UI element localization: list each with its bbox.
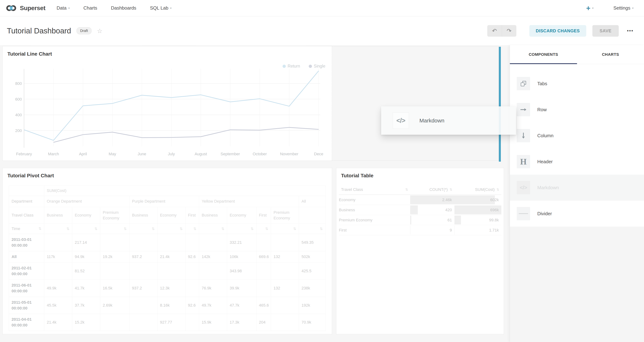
markdown-drag-preview[interactable]: </> Markdown — [381, 106, 516, 135]
pivot-cell — [158, 234, 186, 251]
pivot-cell: 937.2 — [130, 251, 158, 262]
pivot-cell: 238k — [299, 280, 326, 297]
page-title[interactable]: Tutorial Dashboard — [7, 26, 71, 35]
column-header-sum[interactable]: SUM(Cost)⇅ — [454, 185, 501, 195]
sort-icon[interactable]: ⇅ — [193, 226, 196, 231]
component-item-row[interactable]: Row — [510, 96, 644, 122]
table-row: 2011-03-01 00:00:00217.14332.21549.35 — [9, 234, 326, 251]
table-row: First91.71k — [339, 225, 501, 235]
divider-icon — [517, 207, 530, 220]
pivot-sort-header[interactable]: ⇅ — [44, 224, 72, 234]
data-table-wrap: Travel Class⇅COUNT(*)⇅SUM(Cost)⇅Economy2… — [339, 185, 501, 235]
sort-icon[interactable]: ⇅ — [152, 226, 155, 231]
pivot-cell — [271, 234, 299, 251]
pivot-cell: 17.3k — [227, 314, 256, 331]
markdown-icon: </> — [517, 181, 530, 194]
pivot-cell: 2011-06-01 00:00:00 — [9, 280, 44, 297]
sort-icon[interactable]: ⇅ — [124, 226, 127, 231]
table-row: Economy2.46k602k — [339, 195, 501, 205]
discard-changes-button[interactable]: DISCARD CHANGES — [529, 25, 586, 37]
travel-class-cell: First — [339, 225, 410, 235]
sort-icon[interactable]: ⇅ — [320, 226, 323, 231]
superset-dashboard-edit-page: Superset Data▾ Charts Dashboards SQL Lab… — [0, 0, 644, 342]
sort-icon[interactable]: ⇅ — [265, 226, 268, 231]
pivot-cell: 2.69k — [100, 297, 130, 314]
settings-menu[interactable]: Settings▾ — [614, 5, 634, 11]
svg-text:May: May — [109, 152, 116, 156]
sum-cell: 1.71k — [454, 225, 501, 235]
pivot-sort-header[interactable]: ⇅ — [227, 224, 256, 234]
favorite-star-icon[interactable]: ☆ — [97, 27, 102, 34]
pivot-sort-header[interactable]: ⇅ — [100, 224, 130, 234]
pivot-sort-header[interactable]: ⇅ — [186, 224, 199, 234]
save-button[interactable]: SAVE — [592, 25, 619, 37]
sort-icon[interactable]: ⇅ — [250, 226, 254, 231]
table-row: 2011-04-01 00:00:0021.4k15.2k927.7715.9k… — [9, 314, 326, 331]
table-row: Premium Economy6199.8k — [339, 215, 501, 225]
pivot-cell — [271, 262, 299, 280]
sort-icon[interactable]: ⇅ — [450, 188, 452, 192]
pivot-sort-header[interactable]: ⇅ — [199, 224, 227, 234]
pivot-sort-header[interactable]: ⇅ — [256, 224, 271, 234]
undo-button[interactable]: ↶ — [487, 25, 502, 37]
pivot-sort-header[interactable]: ⇅ — [130, 224, 158, 234]
pivot-cell: Economy — [72, 207, 100, 224]
sort-icon[interactable]: ⇅ — [221, 226, 224, 231]
component-item-header[interactable]: HHeader — [510, 148, 644, 174]
svg-text:June: June — [138, 152, 146, 156]
redo-icon: ↷ — [506, 28, 512, 34]
nav-item-data[interactable]: Data▾ — [57, 5, 70, 11]
sort-icon[interactable]: ⇅ — [94, 226, 98, 231]
sort-icon[interactable]: ⇅ — [180, 226, 183, 231]
line-chart-panel[interactable]: Tutorial Line Chart ReturnSingle 2004006… — [2, 46, 332, 161]
new-item-button[interactable]: +▾ — [586, 4, 594, 12]
pivot-sort-header[interactable]: ⇅ — [158, 224, 186, 234]
component-item-tabs[interactable]: Tabs — [510, 70, 644, 96]
component-item-column[interactable]: Column — [510, 122, 644, 148]
pivot-sort-header[interactable]: ⇅ — [271, 224, 299, 234]
dashboard-row-1[interactable]: Tutorial Line Chart ReturnSingle 2004006… — [2, 46, 499, 161]
nav-item-dashboards[interactable]: Dashboards — [111, 5, 136, 11]
column-icon — [517, 129, 530, 142]
pivot-cell: 81.52 — [72, 262, 100, 280]
sum-cell: 696k — [454, 205, 501, 215]
nav-item-sql-lab[interactable]: SQL Lab▾ — [150, 5, 172, 11]
pivot-cell — [130, 314, 158, 331]
pivot-cell — [44, 234, 72, 251]
tab-components[interactable]: COMPONENTS — [510, 45, 577, 64]
sort-icon[interactable]: ⇅ — [405, 188, 408, 192]
pivot-chart-panel[interactable]: Tutorial Pivot Chart SUM(Cost)Department… — [2, 168, 332, 334]
pivot-cell: First — [256, 207, 271, 224]
pivot-cell: Purple Department — [130, 196, 199, 207]
sidebar-tabs: COMPONENTS CHARTS — [510, 45, 644, 64]
component-item-divider[interactable]: Divider — [510, 200, 644, 226]
table-chart-panel[interactable]: Tutorial Table Travel Class⇅COUNT(*)⇅SUM… — [336, 168, 504, 334]
pivot-cell — [100, 234, 130, 251]
tab-charts[interactable]: CHARTS — [577, 45, 644, 64]
pivot-cell — [256, 280, 271, 297]
column-header-count[interactable]: COUNT(*)⇅ — [410, 185, 454, 195]
pivot-cell: 2011-05-01 00:00:00 — [9, 297, 44, 314]
table-row: 2011-02-01 00:00:0081.52343.98425.5 — [9, 262, 326, 280]
nav-item-charts[interactable]: Charts — [84, 5, 97, 11]
series-line-single — [54, 128, 319, 142]
svg-text:200: 200 — [15, 128, 22, 133]
superset-logo[interactable]: Superset — [6, 4, 46, 12]
pivot-cell — [9, 186, 44, 196]
sort-icon[interactable]: ⇅ — [66, 226, 70, 231]
undo-icon: ↶ — [492, 28, 497, 34]
sort-icon[interactable]: ⇅ — [496, 188, 499, 192]
pivot-sort-header[interactable]: ⇅ — [72, 224, 100, 234]
redo-button[interactable]: ↷ — [502, 25, 516, 37]
sort-icon[interactable]: ⇅ — [38, 226, 42, 231]
nav-right: +▾ Settings▾ — [586, 4, 634, 12]
pivot-cell: Business — [44, 207, 72, 224]
pivot-sort-header[interactable]: Time⇅ — [9, 224, 44, 234]
pivot-sort-header[interactable]: ⇅ — [299, 224, 326, 234]
pivot-cell: 502k — [299, 251, 326, 262]
sort-icon[interactable]: ⇅ — [293, 226, 296, 231]
pivot-cell: All — [299, 196, 326, 207]
more-options-icon[interactable]: ••• — [627, 28, 634, 34]
line-chart: 200400600800FebruaryMarchAprilMayJuneJul… — [5, 66, 328, 158]
column-header-travel-class[interactable]: Travel Class⇅ — [339, 185, 410, 195]
